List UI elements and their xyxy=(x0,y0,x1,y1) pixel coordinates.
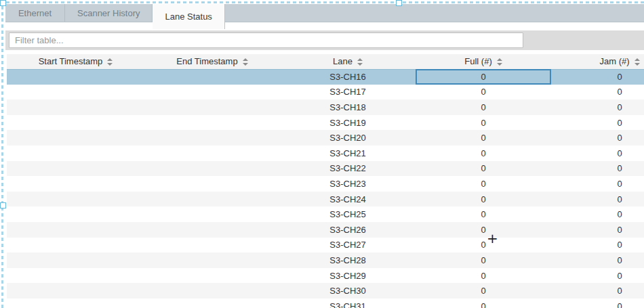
cell-lane[interactable]: S3-CH22 xyxy=(280,161,416,177)
cell-end[interactable] xyxy=(144,222,280,238)
selection-handle-left-mid[interactable] xyxy=(0,202,6,208)
cell-end[interactable] xyxy=(144,146,280,161)
cell-full[interactable]: 0 xyxy=(416,268,551,284)
cell-full[interactable]: 0 xyxy=(416,161,551,177)
cell-end[interactable] xyxy=(144,69,280,85)
cell-lane[interactable]: S3-CH23 xyxy=(280,176,416,192)
cell-jam[interactable]: 0 xyxy=(551,192,644,207)
cell-lane[interactable]: S3-CH30 xyxy=(280,283,416,299)
cell-jam[interactable]: 0 xyxy=(551,69,644,85)
selection-handle-top-left[interactable] xyxy=(0,0,6,6)
cell-lane[interactable]: S3-CH19 xyxy=(280,115,416,131)
table-row[interactable]: S3-CH3000 xyxy=(7,283,644,299)
cell-full[interactable]: 0 xyxy=(416,146,551,161)
cell-end[interactable] xyxy=(144,100,280,115)
cell-start[interactable] xyxy=(7,161,144,177)
cell-full[interactable]: 0 xyxy=(416,69,551,85)
column-header-jam[interactable]: Jam (#) xyxy=(551,54,644,69)
cell-jam[interactable]: 0 xyxy=(551,222,644,238)
tab-lane-status[interactable]: Lane Status xyxy=(153,4,224,29)
cell-jam[interactable]: 0 xyxy=(551,176,644,192)
cell-full[interactable]: 0 xyxy=(416,100,551,115)
table-row[interactable]: S3-CH2200 xyxy=(7,161,644,177)
table-row[interactable]: S3-CH2300 xyxy=(7,176,644,192)
cell-full[interactable]: 0 xyxy=(416,238,551,253)
cell-lane[interactable]: S3-CH31 xyxy=(280,299,416,308)
table-row[interactable]: S3-CH2800 xyxy=(7,252,644,268)
cell-full[interactable]: 0 xyxy=(416,252,551,268)
cell-start[interactable] xyxy=(7,100,144,115)
cell-full[interactable]: 0 xyxy=(416,222,551,238)
cell-jam[interactable]: 0 xyxy=(551,100,644,115)
tab-scanner-history[interactable]: Scanner History xyxy=(65,4,153,22)
cell-start[interactable] xyxy=(7,130,144,146)
cell-start[interactable] xyxy=(7,268,144,284)
cell-jam[interactable]: 0 xyxy=(551,115,644,131)
cell-lane[interactable]: S3-CH21 xyxy=(280,146,416,161)
cell-end[interactable] xyxy=(144,130,280,146)
table-row[interactable]: S3-CH1600 xyxy=(7,69,644,85)
cell-end[interactable] xyxy=(144,252,280,268)
cell-start[interactable] xyxy=(7,299,144,308)
cell-lane[interactable]: S3-CH26 xyxy=(280,222,416,238)
cell-end[interactable] xyxy=(144,176,280,192)
table-row[interactable]: S3-CH2600 xyxy=(7,222,644,238)
cell-full[interactable]: 0 xyxy=(416,299,551,308)
cell-start[interactable] xyxy=(7,238,144,253)
cell-lane[interactable]: S3-CH17 xyxy=(280,85,416,100)
cell-jam[interactable]: 0 xyxy=(551,238,644,253)
column-header-start-timestamp[interactable]: Start Timestamp xyxy=(7,54,144,69)
table-row[interactable]: S3-CH2500 xyxy=(7,206,644,222)
table-row[interactable]: S3-CH1700 xyxy=(7,85,644,100)
cell-end[interactable] xyxy=(144,206,280,222)
cell-lane[interactable]: S3-CH24 xyxy=(280,192,416,207)
column-header-end-timestamp[interactable]: End Timestamp xyxy=(144,54,280,69)
cell-lane[interactable]: S3-CH29 xyxy=(280,268,416,284)
cell-end[interactable] xyxy=(144,283,280,299)
column-header-full[interactable]: Full (#) xyxy=(416,54,551,69)
cell-jam[interactable]: 0 xyxy=(551,252,644,268)
cell-jam[interactable]: 0 xyxy=(551,206,644,222)
cell-end[interactable] xyxy=(144,299,280,308)
cell-jam[interactable]: 0 xyxy=(551,85,644,100)
cell-lane[interactable]: S3-CH16 xyxy=(280,69,416,85)
cell-lane[interactable]: S3-CH25 xyxy=(280,206,416,222)
table-row[interactable]: S3-CH2900 xyxy=(7,268,644,284)
table-row[interactable]: S3-CH2100 xyxy=(7,146,644,161)
cell-start[interactable] xyxy=(7,85,144,100)
cell-full[interactable]: 0 xyxy=(416,115,551,131)
cell-start[interactable] xyxy=(7,192,144,207)
cell-start[interactable] xyxy=(7,115,144,131)
cell-lane[interactable]: S3-CH18 xyxy=(280,100,416,115)
cell-jam[interactable]: 0 xyxy=(551,283,644,299)
cell-end[interactable] xyxy=(144,238,280,253)
cell-jam[interactable]: 0 xyxy=(551,161,644,177)
selection-handle-top-mid[interactable] xyxy=(396,0,402,6)
table-row[interactable]: S3-CH1900 xyxy=(7,115,644,131)
table-row[interactable]: S3-CH1800 xyxy=(7,100,644,115)
cell-start[interactable] xyxy=(7,146,144,161)
cell-full[interactable]: 0 xyxy=(416,283,551,299)
cell-start[interactable] xyxy=(7,283,144,299)
cell-full[interactable]: 0 xyxy=(416,130,551,146)
table-row[interactable]: S3-CH2000 xyxy=(7,130,644,146)
filter-input[interactable] xyxy=(9,32,523,48)
table-row[interactable]: S3-CH3100 xyxy=(7,299,644,308)
cell-end[interactable] xyxy=(144,268,280,284)
cell-end[interactable] xyxy=(144,115,280,131)
table-row[interactable]: S3-CH2700 xyxy=(7,238,644,253)
cell-end[interactable] xyxy=(144,192,280,207)
cell-lane[interactable]: S3-CH20 xyxy=(280,130,416,146)
cell-start[interactable] xyxy=(7,206,144,222)
cell-end[interactable] xyxy=(144,85,280,100)
cell-start[interactable] xyxy=(7,222,144,238)
cell-start[interactable] xyxy=(7,176,144,192)
column-header-lane[interactable]: Lane xyxy=(280,54,416,69)
table-row[interactable]: S3-CH2400 xyxy=(7,192,644,207)
cell-lane[interactable]: S3-CH28 xyxy=(280,252,416,268)
cell-full[interactable]: 0 xyxy=(416,176,551,192)
cell-start[interactable] xyxy=(7,69,144,85)
cell-jam[interactable]: 0 xyxy=(551,146,644,161)
cell-start[interactable] xyxy=(7,252,144,268)
cell-end[interactable] xyxy=(144,161,280,177)
